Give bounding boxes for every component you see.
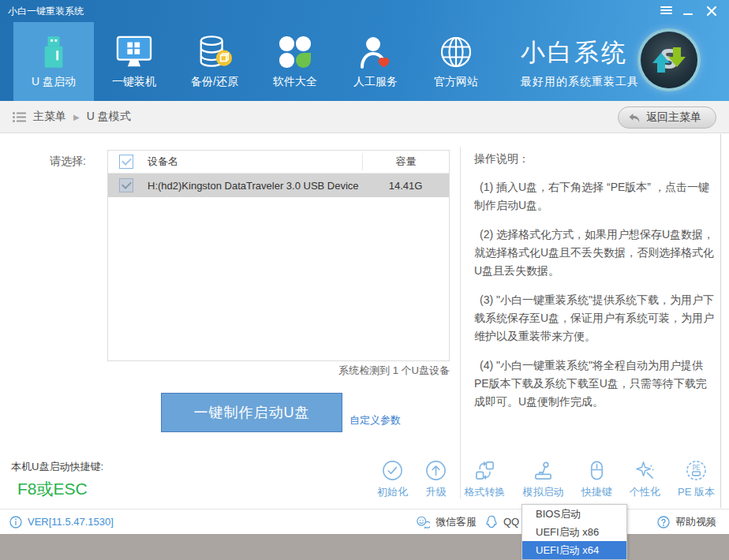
tool-pe-version[interactable]: PE PE 版本 — [678, 460, 715, 499]
window-title: 小白一键重装系统 — [8, 0, 84, 22]
content-area: 请选择: 设备名 容量 H:(hd2)Kingston DataTraveler… — [0, 133, 729, 509]
tool-label: 格式转换 — [464, 485, 505, 499]
format-convert-icon — [474, 460, 495, 481]
nav-support[interactable]: 人工服务 — [335, 22, 416, 101]
instruction-step: (4) "小白一键重装系统"将全程自动为用户提供PE版本下载及系统下载至U盘，只… — [474, 357, 715, 411]
tool-simulate-boot[interactable]: 模拟启动 — [523, 460, 564, 499]
instruction-step: (3) "小白一键重装系统"提供系统下载，为用户下载系统保存至U盘，保证用户有系… — [474, 291, 715, 345]
tool-label: 个性化 — [630, 485, 660, 499]
version-text: VER[11.5.47.1530] — [28, 516, 114, 528]
device-capacity: 14.41G — [362, 180, 449, 192]
tool-personalize[interactable]: 个性化 — [630, 460, 660, 499]
info-icon — [9, 516, 22, 528]
upgrade-arrow-circle-icon — [425, 460, 447, 481]
wechat-label: 微信客服 — [436, 515, 477, 529]
tool-label: 升级 — [426, 485, 447, 499]
breadcrumb-bar: 主菜单 ▶ U 盘模式 返回主菜单 — [0, 101, 729, 133]
nav-one-key-install[interactable]: 一键装机 — [94, 22, 174, 101]
main-nav: U 盘启动 一键装机 — [13, 22, 496, 101]
popup-item-bios[interactable]: BIOS启动 — [522, 505, 626, 523]
nav-website[interactable]: 官方网站 — [416, 22, 496, 101]
personalize-star-icon — [634, 460, 656, 481]
nav-software[interactable]: 软件大全 — [255, 22, 335, 101]
breadcrumb-current: U 盘模式 — [87, 110, 131, 124]
version-info: VER[11.5.47.1530] — [9, 510, 114, 534]
tool-label: PE 版本 — [678, 485, 715, 499]
help-video-link[interactable]: 帮助视频 — [657, 510, 716, 534]
desktop: 小白一键重装系统 U — [0, 0, 729, 560]
select-label: 请选择: — [50, 155, 86, 169]
nav-label: U 盘启动 — [32, 75, 76, 89]
device-table-header: 设备名 容量 — [108, 151, 449, 174]
tool-label: 模拟启动 — [523, 485, 564, 499]
hotkey-keys: F8或ESC — [17, 478, 103, 500]
bottom-toolbar: 初始化 升级 — [377, 460, 715, 499]
make-boot-usb-button[interactable]: 一键制作启动U盘 — [161, 393, 342, 432]
tool-upgrade[interactable]: 升级 — [425, 460, 447, 499]
breadcrumb: 主菜单 ▶ U 盘模式 — [13, 101, 131, 133]
top-bar: 小白一键重装系统 U — [0, 0, 729, 101]
software-clover-icon — [278, 35, 312, 69]
backup-restore-icon — [196, 35, 233, 69]
close-button[interactable] — [704, 5, 720, 17]
minimize-button[interactable] — [680, 5, 696, 17]
wechat-icon — [416, 516, 430, 528]
back-arrow-icon — [628, 113, 641, 123]
popup-item-uefi-x86[interactable]: UEFI启动 x86 — [522, 523, 626, 541]
nav-backup-restore[interactable]: 备份/还原 — [174, 22, 255, 101]
hotkey-block: 本机U盘启动快捷键: F8或ESC — [11, 460, 103, 500]
monitor-windows-icon — [116, 35, 152, 69]
popup-item-uefi-x64[interactable]: UEFI启动 x64 — [522, 541, 626, 559]
device-checkbox[interactable] — [119, 178, 133, 192]
hotkey-label: 本机U盘启动快捷键: — [11, 460, 103, 474]
vertical-divider — [460, 147, 461, 498]
nav-usb-boot[interactable]: U 盘启动 — [13, 22, 94, 101]
brand-logo-icon: S — [641, 32, 697, 88]
nav-label: 软件大全 — [273, 75, 317, 89]
instruction-step: (2) 选择格式化方式，如果用户想保存U盘数据，就选择格式化U盘且不丢失数据，否… — [474, 226, 715, 280]
tool-initialize[interactable]: 初始化 — [377, 460, 408, 499]
question-icon — [657, 516, 670, 528]
instruction-step: (1) 插入U盘，右下角选择 “PE版本” ，点击一键制作启动U盘。 — [474, 178, 715, 215]
help-label: 帮助视频 — [675, 515, 716, 529]
boot-mode-popup-menu: BIOS启动 UEFI启动 x86 UEFI启动 x64 — [522, 504, 627, 560]
nav-label: 官方网站 — [434, 75, 478, 89]
app-window: 小白一键重装系统 U — [0, 0, 729, 534]
joystick-icon — [533, 460, 554, 481]
title-bar: 小白一键重装系统 — [0, 0, 729, 22]
breadcrumb-root[interactable]: 主菜单 — [33, 110, 66, 124]
pe-version-icon: PE — [686, 460, 707, 481]
brand-slogan: 最好用的系统重装工具 — [521, 75, 639, 89]
init-check-circle-icon — [382, 460, 403, 481]
support-person-icon — [358, 35, 393, 69]
website-globe-icon — [439, 35, 473, 69]
header-device-name: 设备名 — [144, 155, 362, 169]
back-to-main-menu-button[interactable]: 返回主菜单 — [618, 106, 716, 129]
instructions-title: 操作说明： — [474, 150, 715, 168]
wechat-support-link[interactable]: 微信客服 — [416, 510, 477, 534]
nav-label: 备份/还原 — [191, 75, 238, 89]
tool-label: 初始化 — [377, 485, 408, 499]
mouse-icon — [586, 460, 608, 481]
qq-support-link[interactable]: QQ — [485, 510, 519, 534]
tool-label: 快捷键 — [581, 485, 612, 499]
breadcrumb-arrow-icon: ▶ — [73, 113, 80, 121]
select-all-checkbox[interactable] — [119, 155, 133, 169]
back-button-label: 返回主菜单 — [646, 110, 701, 125]
custom-params-link[interactable]: 自定义参数 — [350, 413, 401, 427]
nav-label: 一键装机 — [112, 75, 156, 89]
instructions-panel: 操作说明： (1) 插入U盘，右下角选择 “PE版本” ，点击一键制作启动U盘。… — [474, 150, 715, 422]
tool-format-convert[interactable]: 格式转换 — [464, 460, 505, 499]
detect-status-text: 系统检测到 1 个U盘设备 — [237, 364, 450, 378]
device-table: 设备名 容量 H:(hd2)Kingston DataTraveler 3.0 … — [107, 150, 450, 361]
svg-text:PE: PE — [692, 464, 700, 472]
device-name: H:(hd2)Kingston DataTraveler 3.0 USB Dev… — [144, 180, 362, 192]
brand-block: 小白系统 最好用的系统重装工具 — [521, 36, 639, 89]
qq-penguin-icon — [485, 515, 498, 528]
tool-hotkey[interactable]: 快捷键 — [581, 460, 612, 499]
window-menu-button[interactable] — [658, 5, 674, 17]
nav-label: 人工服务 — [353, 75, 398, 89]
table-row[interactable]: H:(hd2)Kingston DataTraveler 3.0 USB Dev… — [108, 174, 449, 197]
header-capacity: 容量 — [362, 153, 449, 170]
qq-label: QQ — [503, 516, 519, 528]
